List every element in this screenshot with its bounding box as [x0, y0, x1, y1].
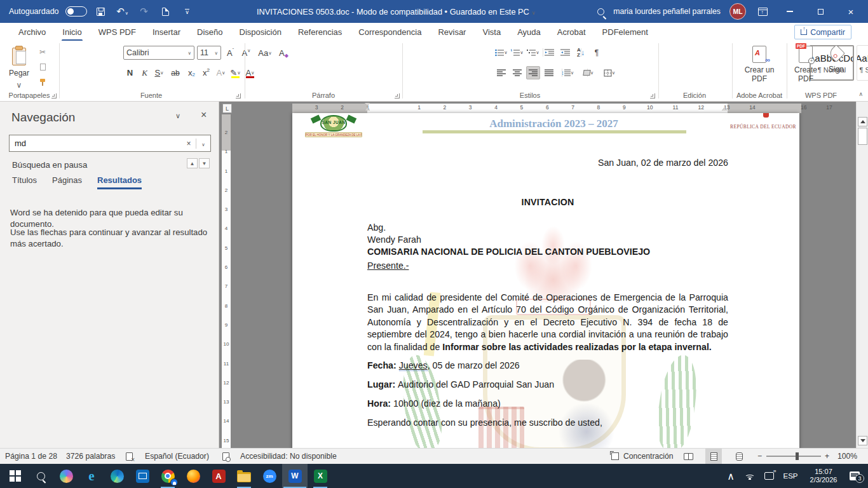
right-indent-marker[interactable] [722, 107, 727, 111]
tab-disposicion[interactable]: Disposición [231, 24, 290, 40]
tab-referencias[interactable]: Referencias [290, 24, 350, 40]
paragraph-dialog-launcher[interactable] [395, 93, 400, 98]
bold-button[interactable]: N [123, 66, 137, 79]
superscript-button[interactable]: x2 [200, 66, 213, 79]
cut-button[interactable]: ✂ [36, 46, 50, 58]
highlight-button[interactable]: ✎∨ [229, 66, 242, 79]
close-button[interactable]: × [840, 0, 862, 23]
tab-correspondencia[interactable]: Correspondencia [350, 24, 430, 40]
copy-button[interactable] [36, 61, 50, 73]
language-status[interactable]: Español (Ecuador) [145, 449, 209, 464]
language-indicator[interactable]: ESP [779, 464, 802, 488]
italic-button[interactable]: K [138, 66, 151, 79]
taskbar-chrome[interactable] [155, 464, 180, 488]
taskbar-outlook[interactable] [130, 464, 155, 488]
web-layout-button[interactable] [731, 449, 747, 464]
zoom-in-button[interactable]: + [825, 449, 829, 464]
tab-wps-pdf[interactable]: WPS PDF [90, 24, 144, 40]
page-info[interactable]: Página 1 de 28 [5, 449, 57, 464]
tray-expand-button[interactable]: ∧ [722, 464, 740, 488]
wps-create-pdf-button[interactable]: PDF+ Create PDF [787, 46, 824, 83]
redo-button[interactable]: ↷ [137, 4, 152, 19]
subscript-button[interactable]: x2 [185, 66, 198, 79]
zoom-level[interactable]: 100% [837, 449, 857, 464]
nav-tab-titulos[interactable]: Títulos [12, 175, 37, 189]
nav-collapse-button[interactable]: ∨ [175, 112, 180, 120]
restore-button[interactable] [810, 0, 831, 23]
document-title[interactable]: INVITACIONES 0503.doc - Modo de compatib… [195, 7, 598, 17]
avatar[interactable]: ML [729, 3, 746, 20]
first-line-indent-marker[interactable] [365, 103, 370, 106]
tab-acrobat[interactable]: Acrobat [549, 24, 594, 40]
tab-stop-selector[interactable]: L [222, 104, 232, 113]
font-family-select[interactable]: Calibri∨ [123, 46, 194, 60]
zoom-slider[interactable] [766, 456, 821, 457]
zoom-out-button[interactable]: − [757, 449, 762, 464]
zoom-slider-thumb[interactable] [796, 452, 799, 460]
focus-mode-button[interactable]: Concentración [611, 449, 674, 464]
vertical-ruler[interactable]: 2112345678910111213141516 [222, 114, 231, 448]
document-page[interactable]: SAN JUAN POR EL HONOR Y LA GRANDEZA DE L… [292, 113, 799, 448]
taskbar-start-button[interactable] [3, 464, 28, 488]
word-count[interactable]: 3726 palabras [66, 449, 115, 464]
tab-ayuda[interactable]: Ayuda [509, 24, 549, 40]
previous-result-button[interactable]: ▲ [187, 158, 198, 168]
snip-tool-icon[interactable] [760, 464, 778, 488]
save-button[interactable] [93, 4, 109, 19]
tab-diseno[interactable]: Diseño [189, 24, 231, 40]
taskbar-word[interactable]: W [282, 464, 308, 488]
tab-archivo[interactable]: Archivo [10, 24, 54, 40]
style-sin-espaciado[interactable]: AaBbCcDc ¶ Sin espa... [857, 45, 868, 81]
editor-icon[interactable] [222, 449, 229, 464]
wps-sign-button[interactable]: Sign [822, 47, 851, 74]
scrollbar-thumb[interactable] [858, 128, 867, 145]
font-dialog-launcher[interactable] [236, 93, 241, 98]
tab-insertar[interactable]: Insertar [144, 24, 189, 40]
search-icon[interactable] [597, 8, 604, 15]
taskbar-excel[interactable]: X [308, 464, 333, 488]
styles-dialog-launcher[interactable] [650, 93, 655, 98]
read-mode-button[interactable] [680, 449, 696, 464]
tab-pdfelement[interactable]: PDFelement [594, 24, 656, 40]
clock[interactable]: 15:072/3/2026 [803, 464, 844, 488]
minimize-button[interactable] [779, 0, 801, 23]
ribbon-display-options-button[interactable] [755, 4, 770, 19]
format-painter-button[interactable] [36, 76, 50, 88]
taskbar-internet-explorer[interactable]: e [79, 464, 104, 488]
strikethrough-button[interactable]: ab [167, 66, 184, 79]
proofing-status-icon[interactable] [126, 449, 133, 464]
font-size-select[interactable]: 11∨ [197, 46, 221, 60]
wifi-icon[interactable] [741, 464, 759, 488]
underline-button[interactable]: S∨ [153, 66, 166, 79]
taskbar-edge[interactable] [104, 464, 130, 488]
taskbar-acrobat[interactable]: A [206, 464, 231, 488]
tab-revisar[interactable]: Revisar [430, 24, 474, 40]
nav-search-input[interactable] [10, 139, 182, 148]
create-pdf-button[interactable]: A∞ Crear un PDF [741, 46, 778, 83]
undo-button[interactable]: ↶∨ [115, 4, 130, 19]
taskbar-copilot[interactable] [53, 464, 79, 488]
paste-button[interactable]: Pegar ∨ [5, 44, 33, 94]
nav-tab-paginas[interactable]: Páginas [52, 175, 82, 189]
autosave-toggle[interactable] [65, 6, 87, 17]
clipboard-dialog-launcher[interactable] [51, 93, 57, 98]
nav-search-options-button[interactable]: ∨ [196, 139, 210, 148]
nav-tab-resultados[interactable]: Resultados [97, 175, 142, 189]
nav-search-clear-button[interactable]: × [182, 139, 196, 148]
vertical-scrollbar[interactable] [856, 102, 868, 448]
tab-inicio[interactable]: Inicio [54, 24, 90, 40]
scroll-up-button[interactable] [858, 117, 867, 126]
taskbar-file-explorer[interactable] [231, 464, 257, 488]
collapse-ribbon-button[interactable]: ∧ [858, 91, 863, 97]
next-result-button[interactable]: ▼ [199, 158, 210, 168]
print-layout-button[interactable] [705, 449, 722, 464]
tab-vista[interactable]: Vista [474, 24, 509, 40]
hanging-indent-marker[interactable] [365, 107, 370, 111]
nav-close-button[interactable]: × [201, 109, 207, 121]
new-document-button[interactable] [158, 4, 173, 19]
text-effects-button[interactable]: A∨ [214, 66, 227, 79]
taskbar-zoom[interactable]: zm [257, 464, 282, 488]
scroll-down-button[interactable] [858, 436, 867, 445]
accessibility-status[interactable]: Accesibilidad: No disponible [240, 449, 337, 464]
share-button[interactable]: Compartir [794, 25, 851, 39]
